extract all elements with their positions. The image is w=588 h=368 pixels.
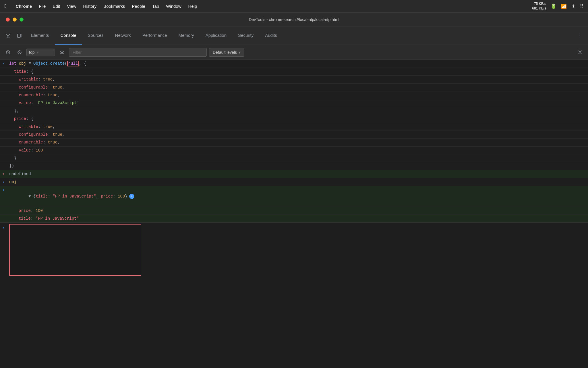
console-line: configurable: true, [0, 131, 588, 139]
menu-help[interactable]: Help [188, 4, 197, 9]
code-line: let obj = Object.create(null, { [9, 60, 588, 67]
output-obj-summary[interactable]: ▼ {title: "FP in JavaScript", price: 100… [9, 187, 588, 206]
settings-icon[interactable] [575, 48, 585, 57]
input-indent [2, 124, 9, 124]
close-button[interactable] [6, 18, 10, 22]
menu-tab[interactable]: Tab [152, 4, 159, 9]
console-input-area[interactable]: › [0, 223, 588, 277]
code-line: configurable: true, [9, 131, 588, 138]
console-output-obj-line: ‹ ▼ {title: "FP in JavaScript", price: 1… [0, 186, 588, 207]
menu-bar:  Chrome File Edit View History Bookmark… [0, 0, 588, 13]
console-line: value: 'FP in JavaScript' [0, 99, 588, 107]
console-line: › let obj = Object.create(null, { [0, 60, 588, 68]
input-indent [2, 68, 9, 69]
menu-view[interactable]: View [67, 4, 76, 9]
menu-window[interactable]: Window [166, 4, 181, 9]
devtools-panel: Elements Console Sources Network Perform… [0, 26, 588, 368]
input-indent [2, 155, 9, 156]
levels-chevron-icon: ▾ [239, 50, 241, 55]
menu-extras: ⠿ [580, 3, 583, 9]
menu-edit[interactable]: Edit [53, 4, 60, 9]
input-indent [2, 116, 9, 116]
console-output[interactable]: › let obj = Object.create(null, { title:… [0, 60, 588, 368]
code-line: }) [9, 163, 588, 169]
menu-history[interactable]: History [83, 4, 97, 9]
console-line: enumerable: true, [0, 91, 588, 99]
block-icon[interactable] [15, 48, 24, 57]
device-toolbar-icon[interactable] [14, 30, 25, 41]
menu-people[interactable]: People [132, 4, 145, 9]
menu-file[interactable]: File [39, 4, 46, 9]
menu-chrome[interactable]: Chrome [16, 4, 32, 9]
svg-line-3 [7, 51, 9, 53]
input-indent [2, 147, 9, 148]
tab-memory[interactable]: Memory [173, 26, 200, 45]
code-line: enumerable: true, [9, 139, 588, 145]
code-line: obj [9, 179, 588, 185]
svg-point-8 [579, 51, 581, 53]
code-line: title: { [9, 68, 588, 75]
svg-rect-0 [18, 34, 20, 37]
tab-sources[interactable]: Sources [82, 26, 109, 45]
tabs-more-icon[interactable]: ⋮ [573, 32, 586, 39]
console-line: enumerable: true, [0, 139, 588, 146]
console-line: writable: true, [0, 123, 588, 131]
apple-logo:  [5, 3, 7, 9]
input-arrow: › [2, 60, 9, 67]
console-input[interactable] [9, 224, 141, 276]
svg-line-5 [18, 51, 21, 53]
output-arrow: ‹ [2, 171, 9, 177]
console-line: price: { [0, 115, 588, 123]
menu-bookmarks[interactable]: Bookmarks [103, 4, 125, 9]
tab-network[interactable]: Network [109, 26, 137, 45]
levels-label: Default levels [213, 50, 237, 55]
tab-application[interactable]: Application [200, 26, 232, 45]
watch-expressions-icon[interactable] [57, 48, 67, 57]
code-line: } [9, 155, 588, 161]
input-indent [2, 108, 9, 108]
tab-audits[interactable]: Audits [259, 26, 283, 45]
menu-bar-right: 75 KB/s681 KB/s 🔋 📶 ☀ ⠿ [532, 2, 583, 11]
console-obj-prop-line: title: "FP in JavaScript" [0, 215, 588, 223]
input-indent [2, 76, 9, 77]
tab-security[interactable]: Security [232, 26, 259, 45]
code-line: value: 100 [9, 147, 588, 154]
code-line: value: 'FP in JavaScript' [9, 100, 588, 106]
obj-price-prop: price: 100 [14, 208, 588, 214]
console-toolbar: top ▾ Default levels ▾ [0, 45, 588, 60]
svg-rect-1 [21, 35, 22, 37]
inspect-icon[interactable] [2, 30, 14, 41]
svg-point-7 [61, 51, 63, 53]
tab-console[interactable]: Console [55, 26, 82, 45]
tab-elements[interactable]: Elements [25, 26, 55, 45]
console-output-line: ‹ undefined [0, 170, 588, 178]
console-obj-prop-line: price: 100 [0, 207, 588, 215]
output-arrow: ‹ [2, 187, 9, 193]
input-indent [2, 92, 9, 93]
console-line: configurable: true, [0, 84, 588, 91]
tab-performance[interactable]: Performance [137, 26, 173, 45]
wifi-icon: 📶 [561, 3, 567, 9]
input-arrow: › [2, 179, 9, 185]
input-indent [2, 131, 9, 132]
console-line: }, [0, 107, 588, 115]
network-speed: 75 KB/s681 KB/s [532, 2, 546, 11]
output-value: undefined [9, 171, 588, 177]
code-line: price: { [9, 116, 588, 122]
brightness-icon: ☀ [571, 3, 575, 9]
clear-console-button[interactable] [3, 48, 13, 57]
console-line: } [0, 154, 588, 162]
chevron-down-icon: ▾ [37, 50, 39, 55]
code-line: writable: true, [9, 124, 588, 130]
minimize-button[interactable] [13, 18, 17, 22]
console-line: writable: true, [0, 76, 588, 83]
input-prompt-arrow: › [2, 224, 9, 231]
console-line: title: { [0, 68, 588, 76]
console-line: }) [0, 162, 588, 170]
log-levels-dropdown[interactable]: Default levels ▾ [209, 48, 244, 57]
info-badge[interactable]: i [129, 194, 134, 199]
context-selector[interactable]: top ▾ [26, 49, 55, 56]
code-line: enumerable: true, [9, 92, 588, 98]
filter-input[interactable] [69, 48, 207, 57]
maximize-button[interactable] [20, 18, 24, 22]
